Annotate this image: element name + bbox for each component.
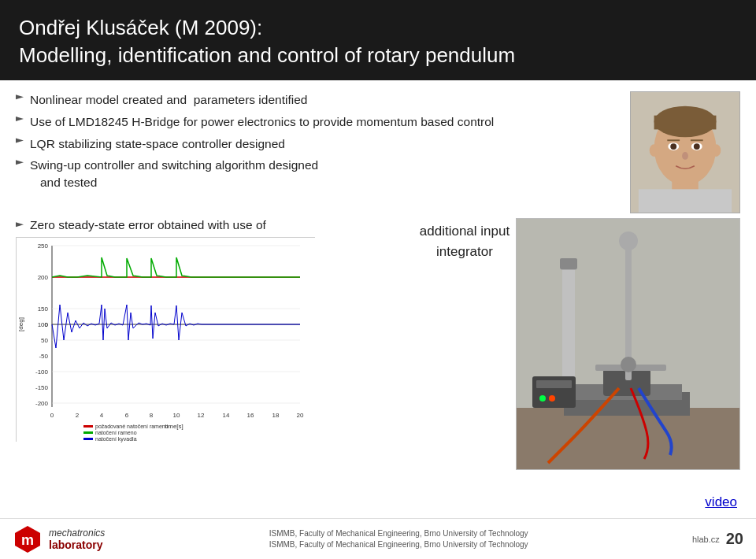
svg-text:18: 18	[272, 412, 280, 419]
logo-icon: m	[13, 524, 43, 554]
svg-rect-68	[560, 258, 577, 269]
footer-right: hlab.cz 20	[692, 530, 743, 548]
list-item: LQR stabilizing state-space controller d…	[16, 135, 606, 153]
list-item: Swing-up controller and switching algori…	[16, 157, 606, 191]
svg-text:6: 6	[125, 412, 129, 419]
footer-text-line1: ISMMB, Faculty of Mechanical Engineering…	[269, 529, 528, 538]
svg-text:2: 2	[76, 412, 80, 419]
svg-text:požadované natočení rameno: požadované natočení rameno	[95, 424, 169, 430]
header: Ondřej Klusáček (M 2009): Modelling, ide…	[0, 0, 756, 80]
svg-point-9	[694, 143, 700, 150]
video-label[interactable]: video	[705, 494, 737, 509]
additional-input-label: additional inputintegrator	[420, 224, 510, 259]
svg-text:-200: -200	[35, 400, 49, 407]
svg-text:[deg]: [deg]	[17, 317, 24, 331]
bullet-text: Use of LMD18245 H-Bridge for power elect…	[30, 113, 494, 131]
bullet-list: Nonlinear model created and parameters i…	[16, 91, 606, 191]
bullet-text: Nonlinear model created and parameters i…	[30, 91, 307, 109]
svg-rect-51	[83, 438, 93, 440]
svg-text:8: 8	[150, 412, 154, 419]
svg-text:20: 20	[297, 412, 304, 419]
svg-text:250: 250	[38, 242, 49, 250]
bullet-icon	[16, 115, 24, 123]
left-column: Nonlinear model created and parameters i…	[16, 91, 614, 213]
footer-website: hlab.cz	[692, 535, 720, 544]
list-item: Use of LMD18245 H-Bridge for power elect…	[16, 113, 606, 131]
chart-container: 250 200 150 100 50 0 -50 -100 -150 -200	[16, 237, 315, 442]
chart-svg: 250 200 150 100 50 0 -50 -100 -150 -200	[17, 238, 316, 442]
title-line2: Modelling, identification and control of…	[19, 43, 515, 67]
bullet-icon	[16, 220, 24, 228]
bullet-icon	[16, 93, 24, 101]
svg-rect-62	[562, 266, 575, 392]
svg-text:150: 150	[38, 305, 49, 313]
list-item: Nonlinear model created and parameters i…	[16, 91, 606, 109]
svg-text:4: 4	[100, 412, 104, 419]
footer-center: ISMMB, Faculty of Mechanical Engineering…	[269, 528, 528, 550]
svg-point-67	[549, 395, 555, 402]
right-column	[614, 91, 740, 213]
svg-text:-150: -150	[35, 384, 49, 391]
svg-point-14	[712, 144, 721, 157]
footer: m mechatronics laboratory ISMMB, Faculty…	[0, 518, 756, 559]
footer-logo: m mechatronics laboratory	[13, 524, 105, 554]
svg-point-8	[670, 143, 676, 150]
bullet-icon	[16, 158, 24, 166]
svg-text:14: 14	[223, 412, 230, 419]
portrait-svg	[631, 91, 739, 213]
footer-logo-text: mechatronics laboratory	[49, 528, 105, 551]
slide-title: Ondřej Klusáček (M 2009): Modelling, ide…	[19, 14, 737, 69]
svg-point-61	[619, 231, 638, 250]
page-number: 20	[726, 530, 743, 548]
svg-point-60	[621, 357, 636, 372]
svg-text:-100: -100	[35, 368, 49, 376]
lower-section: Zero steady-state error obtained with us…	[0, 213, 756, 470]
svg-rect-2	[639, 190, 732, 213]
svg-text:0: 0	[50, 412, 54, 419]
svg-rect-5	[654, 116, 717, 130]
bullet-icon	[16, 137, 24, 145]
main-content: Nonlinear model created and parameters i…	[0, 80, 756, 213]
portrait-photo	[630, 91, 740, 213]
svg-text:10: 10	[173, 412, 180, 419]
footer-mechatronics: mechatronics	[49, 528, 105, 539]
bullet-text: Swing-up controller and switching algori…	[30, 157, 318, 191]
video-link[interactable]: video	[705, 494, 737, 510]
title-line1: Ondřej Klusáček (M 2009):	[19, 16, 262, 39]
svg-point-12	[682, 152, 688, 160]
svg-text:16: 16	[247, 412, 254, 419]
robot-photo	[516, 218, 740, 470]
svg-text:200: 200	[38, 274, 49, 281]
svg-rect-49	[83, 431, 93, 434]
svg-point-66	[539, 395, 546, 402]
svg-text:12: 12	[198, 412, 205, 419]
robot-svg	[517, 219, 740, 470]
svg-point-13	[650, 144, 659, 157]
bullet-text: LQR stabilizing state-space controller d…	[30, 135, 285, 153]
svg-rect-65	[536, 380, 572, 388]
svg-text:m: m	[21, 532, 34, 548]
svg-text:natočení rameno: natočení rameno	[95, 430, 137, 435]
footer-laboratory: laboratory	[49, 539, 105, 551]
svg-text:natočení kyvadla: natočení kyvadla	[95, 436, 137, 442]
svg-rect-47	[83, 425, 93, 428]
svg-text:50: 50	[41, 337, 48, 344]
footer-text-line2: ISMMB, Faculty of Mechanical Engineering…	[269, 540, 528, 549]
zero-steady-text: Zero steady-state error obtained with us…	[30, 218, 266, 232]
svg-text:0: 0	[45, 321, 49, 328]
svg-text:-50: -50	[39, 353, 48, 360]
